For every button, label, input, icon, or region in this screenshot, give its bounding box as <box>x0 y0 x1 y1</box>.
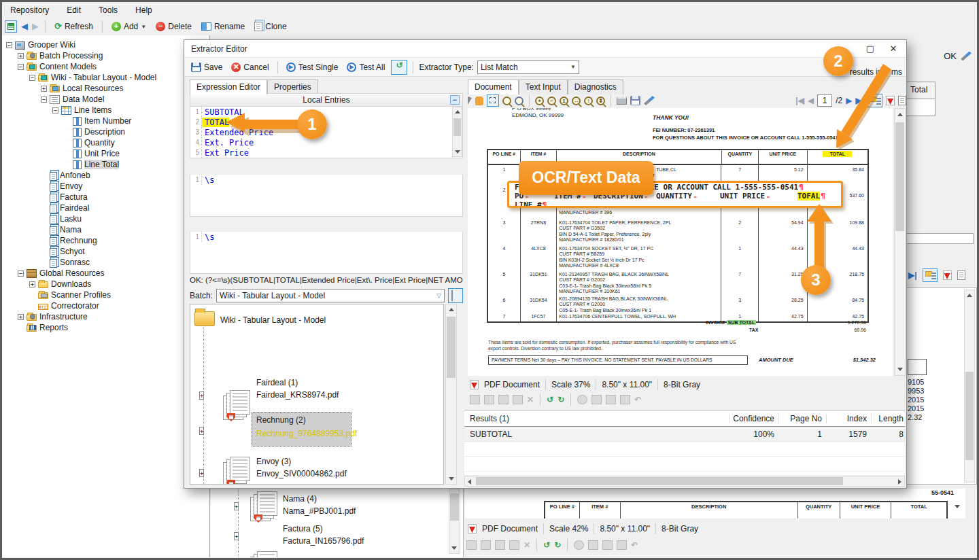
tree-item-infrastructure[interactable]: +Infrastructure <box>2 311 209 322</box>
forward-icon[interactable]: ▶ <box>32 22 39 31</box>
add-button[interactable]: + Add ▼ <box>109 20 149 33</box>
results-h-scrollbar[interactable] <box>464 476 905 487</box>
print-icon[interactable] <box>617 97 627 105</box>
collapse-button[interactable]: − <box>450 95 460 105</box>
tree-item-downloads[interactable]: +Downloads <box>2 279 209 290</box>
batch-item-file[interactable]: Factura_IN165796.pdf <box>283 536 364 546</box>
batch-item-name[interactable]: Factura (5) <box>283 524 323 533</box>
crop-icon[interactable] <box>591 395 602 404</box>
batch-item-name-selected[interactable]: Rechnung (2) <box>256 415 306 425</box>
scroll-down-icon[interactable] <box>955 505 960 508</box>
batch-tree-scrollbar[interactable] <box>445 304 457 485</box>
tree-item-anfoneb[interactable]: Anfoneb <box>2 170 209 181</box>
background-input[interactable] <box>906 233 974 244</box>
document-thumbnail[interactable] <box>250 491 279 521</box>
zoom-in-icon[interactable]: + <box>535 97 544 105</box>
test-single-button[interactable]: ▶Test Single <box>284 61 341 73</box>
document-thumbnail[interactable] <box>223 390 252 420</box>
export-icon[interactable] <box>630 96 640 105</box>
disabled-tool-icon[interactable] <box>498 395 509 404</box>
tree-item-local-resources[interactable]: +Local Resources <box>2 83 209 94</box>
disabled-tool-icon[interactable] <box>470 395 480 404</box>
disabled-tool-icon[interactable] <box>509 540 519 550</box>
dialog-title-bar[interactable]: Extractor Editor <box>184 40 906 58</box>
tree-item-unit-price[interactable]: Unit Price <box>2 148 209 159</box>
tree-item-line-items[interactable]: −Line Items <box>2 105 209 116</box>
batch-select[interactable]: Wiki - Tabular Layout - Model ▽ <box>216 289 445 302</box>
tree-view-toggle-icon[interactable] <box>5 20 17 33</box>
batch-root-label[interactable]: Wiki - Tabular Layout - Model <box>220 315 326 325</box>
suffix-pattern-editor[interactable]: 1\s <box>190 232 463 274</box>
pan-tool-icon[interactable] <box>475 97 483 105</box>
zoom-actual-icon[interactable]: 1 <box>560 97 568 105</box>
tab-text-input[interactable]: Text Input <box>519 80 568 94</box>
results-row[interactable]: SUBTOTAL 100% 1 1579 8 <box>464 427 905 442</box>
settings-icon[interactable] <box>644 96 655 105</box>
tree-item-envoy[interactable]: Envoy <box>2 181 209 192</box>
scrollbar[interactable] <box>449 489 460 554</box>
rotate-right-icon[interactable]: ↻ <box>557 395 564 404</box>
tree-item-quantity[interactable]: Quantity <box>2 137 209 148</box>
expander[interactable]: + <box>199 425 204 435</box>
disabled-tool-icon[interactable] <box>620 395 630 404</box>
results-col-header[interactable]: Page No <box>778 414 826 423</box>
expander[interactable]: + <box>234 531 239 540</box>
crop-icon[interactable] <box>588 540 598 550</box>
text-view-icon[interactable] <box>957 270 965 280</box>
fit-page-icon[interactable]: ⇕ <box>596 97 605 105</box>
batch-item-name[interactable]: Envoy (3) <box>256 457 291 466</box>
close-button[interactable]: ✕ <box>882 40 905 58</box>
disabled-tool-icon[interactable] <box>602 540 613 550</box>
delete-page-icon[interactable]: ✕ <box>527 395 534 404</box>
rotate-left-icon[interactable]: ↺ <box>543 540 550 550</box>
rename-button[interactable]: Rename <box>199 20 247 33</box>
tree-item-item-number[interactable]: Item Number <box>2 116 209 126</box>
menu-tools[interactable]: Tools <box>99 5 118 15</box>
menu-repository[interactable]: Repository <box>10 5 49 15</box>
expander[interactable]: + <box>234 501 239 510</box>
disabled-tool-icon[interactable] <box>574 540 584 550</box>
page-preview-icon[interactable] <box>515 97 523 105</box>
refresh-button[interactable]: ⟳ Refresh <box>52 20 96 33</box>
results-col-header[interactable]: Results (1) <box>464 414 729 423</box>
batch-folder-icon[interactable] <box>194 311 215 326</box>
tab-diagnostics[interactable]: Diagnostics <box>568 80 623 94</box>
undo-icon[interactable]: ↶ <box>634 395 641 404</box>
undo-icon[interactable]: ↶ <box>631 540 638 550</box>
extractor-type-select[interactable]: List Match ▼ <box>477 60 579 74</box>
tree-item-grooper-wiki[interactable]: −Grooper Wiki <box>2 39 209 50</box>
expander[interactable]: + <box>199 390 204 400</box>
disabled-tool-icon[interactable] <box>484 395 494 404</box>
document-thumbnail[interactable] <box>223 457 252 485</box>
last-page-icon[interactable]: ▶| <box>908 270 917 280</box>
disabled-tool-icon[interactable] <box>481 540 491 550</box>
tree-item-lasku[interactable]: Lasku <box>2 213 209 224</box>
batch-item-file[interactable]: Nama_#PBJ001.pdf <box>283 506 356 516</box>
batch-item-file[interactable]: Fairdeal_KRS8974.pdf <box>256 390 339 400</box>
back-icon[interactable]: ◀ <box>21 22 28 31</box>
prev-page-icon[interactable]: ◀ <box>808 96 814 105</box>
tree-item-description[interactable]: Description <box>2 126 209 137</box>
tree-item-scanner-profiles[interactable]: Scanner Profiles <box>2 290 209 300</box>
tree-item-line-total[interactable]: Line Total <box>2 159 209 170</box>
ok-button[interactable]: OK <box>944 51 972 61</box>
batch-item-name[interactable]: Nama (4) <box>283 494 317 504</box>
tree-item-schyot[interactable]: Schyot <box>2 246 209 257</box>
first-page-icon[interactable]: |◀ <box>795 96 804 105</box>
tree-item-fairdeal[interactable]: Fairdeal <box>2 203 209 213</box>
expander[interactable]: + <box>199 468 204 477</box>
cancel-button[interactable]: ✕Cancel <box>228 61 271 73</box>
auto-refresh-toggle[interactable]: ↺ <box>391 60 407 75</box>
scrollbar[interactable] <box>964 290 975 483</box>
tab-properties[interactable]: Properties <box>267 80 318 94</box>
tree-item-rechnung[interactable]: Rechnung <box>2 235 209 246</box>
show-document-toggle[interactable] <box>448 288 463 303</box>
test-all-button[interactable]: ▶Test All <box>344 61 388 73</box>
tree-view-toggle-icon[interactable] <box>923 268 938 282</box>
batch-item-file-selected[interactable]: Rechnung_9764889953.pdf <box>256 429 357 438</box>
delete-button[interactable]: − Delete <box>153 20 194 33</box>
document-thumbnail[interactable] <box>250 551 279 557</box>
tree-item-global-resources[interactable]: −Global Resources <box>2 268 209 279</box>
tree-item-reports[interactable]: Reports <box>2 322 209 333</box>
results-col-header[interactable]: Index <box>826 414 871 423</box>
